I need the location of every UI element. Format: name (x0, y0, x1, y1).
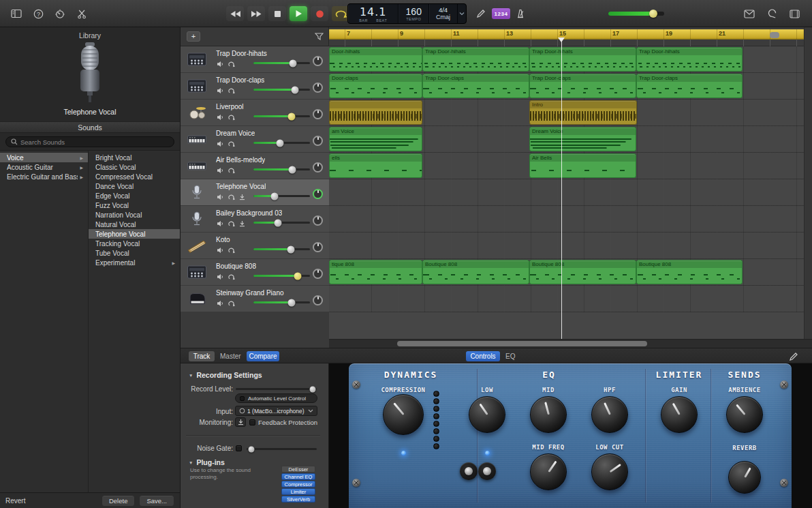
cycle-region-button[interactable] (227, 194, 235, 201)
midi-region[interactable]: ells (329, 153, 422, 178)
audio-region[interactable] (329, 100, 422, 125)
mute-button[interactable] (216, 114, 224, 121)
knob-low-cut[interactable] (591, 453, 628, 490)
volume-thumb[interactable] (287, 245, 294, 253)
track-header-liverpool[interactable]: Liverpool (181, 100, 329, 126)
knob-reverb[interactable] (728, 461, 761, 494)
loop-browser-icon[interactable] (764, 5, 780, 22)
delete-button[interactable]: Delete (102, 495, 135, 507)
pan-knob[interactable] (313, 215, 323, 226)
cycle-region-button[interactable] (227, 87, 235, 95)
track-header-trap-door-claps[interactable]: Trap Door-claps (181, 73, 329, 100)
track-header-koto[interactable]: Koto (181, 233, 329, 259)
play-button[interactable] (290, 6, 307, 21)
knob-hpf[interactable] (591, 396, 628, 433)
midi-region[interactable]: Trap Door-hihats (422, 47, 529, 72)
volume-slider[interactable] (253, 275, 310, 277)
patch-classic-vocal[interactable]: Classic Vocal (89, 162, 180, 172)
midi-region[interactable]: Trap Door-hihats (636, 47, 743, 72)
master-volume-thumb[interactable] (649, 10, 657, 18)
volume-slider[interactable] (253, 142, 310, 144)
midi-region[interactable]: Trap Door-hihats (529, 47, 636, 72)
mute-button[interactable] (216, 87, 224, 95)
cycle-region-button[interactable] (227, 300, 235, 308)
editors-icon[interactable] (74, 5, 90, 22)
input-select[interactable]: 1 (MacBo...icrophone) (235, 406, 317, 416)
volume-slider[interactable] (253, 168, 310, 170)
vertical-scrollbar[interactable] (804, 27, 812, 339)
patch-telephone-vocal[interactable]: Telephone Vocal (89, 229, 180, 239)
volume-slider[interactable] (253, 248, 310, 250)
auto-level-control[interactable]: Automatic Level Control (235, 393, 317, 403)
feedback-protection-checkbox[interactable] (249, 419, 255, 425)
horizontal-scrollbar[interactable] (329, 339, 812, 348)
volume-thumb[interactable] (290, 59, 297, 67)
midi-region[interactable]: Trap Door-claps (422, 74, 529, 98)
forward-button[interactable] (247, 6, 265, 21)
timeline-lane[interactable]: Door-hihatsTrap Door-hihatsTrap Door-hih… (329, 46, 804, 73)
plugin-button-silververb[interactable]: SilverVerb (281, 496, 315, 503)
noise-gate-slider[interactable] (247, 448, 317, 450)
midi-region[interactable]: Boutique 808 (422, 260, 529, 284)
volume-thumb[interactable] (270, 192, 278, 200)
pan-knob[interactable] (313, 242, 323, 252)
monitoring-button[interactable] (235, 417, 246, 427)
timeline-lane[interactable]: am VoiceDream Voice (329, 126, 804, 153)
patch-compressed-vocal[interactable]: Compressed Vocal (89, 172, 180, 181)
patch-tube-vocal[interactable]: Tube Vocal (89, 248, 180, 258)
record-level-slider[interactable] (236, 388, 317, 390)
track-filter-icon[interactable] (315, 33, 324, 40)
track-header-telephone-vocal[interactable]: Telephone Vocal (181, 179, 329, 206)
pan-knob[interactable] (313, 162, 323, 173)
audio-region[interactable]: Intro (529, 100, 637, 125)
lcd-chevron-icon[interactable] (458, 4, 466, 23)
volume-thumb[interactable] (288, 113, 296, 120)
volume-slider[interactable] (253, 62, 310, 64)
plugin-button-deesser[interactable]: DeEsser (281, 466, 315, 473)
cycle-region-button[interactable] (227, 273, 235, 281)
pan-knob[interactable] (313, 189, 323, 199)
category-electric-guitar-and-bass[interactable]: Electric Guitar and Bass▶ (0, 172, 88, 181)
mute-button[interactable] (216, 273, 224, 281)
pan-knob[interactable] (313, 56, 323, 66)
track-header-bailey-background-03[interactable]: Bailey Background 03 (181, 206, 329, 233)
midi-region[interactable]: Boutique 808 (529, 260, 636, 284)
footswitch[interactable] (478, 462, 496, 480)
patch-dance-vocal[interactable]: Dance Vocal (89, 181, 180, 191)
cycle-region-button[interactable] (227, 220, 235, 228)
count-in-button[interactable]: 1234 (492, 8, 510, 19)
volume-thumb[interactable] (292, 86, 299, 93)
pan-knob[interactable] (313, 295, 323, 305)
knob-compression[interactable] (383, 394, 424, 435)
track-header-trap-door-hihats[interactable]: Trap Door-hihats (181, 46, 329, 73)
auto-level-checkbox[interactable] (240, 396, 245, 401)
mute-button[interactable] (216, 220, 224, 228)
plugins-section-title[interactable]: Plug-ins (189, 458, 225, 466)
tab-master[interactable]: Master (220, 353, 241, 360)
save-button[interactable]: Save... (139, 495, 174, 507)
timeline-lane[interactable]: tique 808Boutique 808Boutique 808Boutiqu… (329, 259, 804, 286)
midi-region[interactable]: tique 808 (329, 260, 422, 284)
mute-button[interactable] (216, 194, 224, 201)
midi-region[interactable]: Trap Door-claps (636, 74, 743, 98)
midi-region[interactable]: Boutique 808 (636, 260, 743, 284)
pan-knob[interactable] (313, 109, 323, 119)
input-monitor-button[interactable] (238, 220, 246, 228)
plugin-button-limiter[interactable]: Limiter (281, 488, 315, 495)
cycle-region-button[interactable] (227, 140, 235, 148)
edit-smart-controls-icon[interactable] (789, 352, 798, 361)
volume-thumb[interactable] (289, 166, 296, 173)
timeline-ruler[interactable]: 79111315171921 (329, 27, 804, 46)
volume-slider[interactable] (253, 115, 310, 117)
patch-natural-vocal[interactable]: Natural Vocal (89, 220, 180, 229)
timeline-lane[interactable] (329, 206, 804, 233)
timeline-scrollbar-thumb[interactable] (770, 32, 779, 38)
timeline-lane[interactable] (329, 233, 804, 259)
midi-region[interactable]: Door-claps (329, 74, 422, 98)
patch-narration-vocal[interactable]: Narration Vocal (89, 210, 180, 220)
stop-button[interactable] (268, 6, 286, 21)
timeline-lane[interactable] (329, 286, 804, 312)
pan-knob[interactable] (313, 83, 323, 93)
category-acoustic-guitar[interactable]: Acoustic Guitar▶ (0, 162, 88, 172)
timeline-lane[interactable]: ellsAir Bells (329, 153, 804, 179)
